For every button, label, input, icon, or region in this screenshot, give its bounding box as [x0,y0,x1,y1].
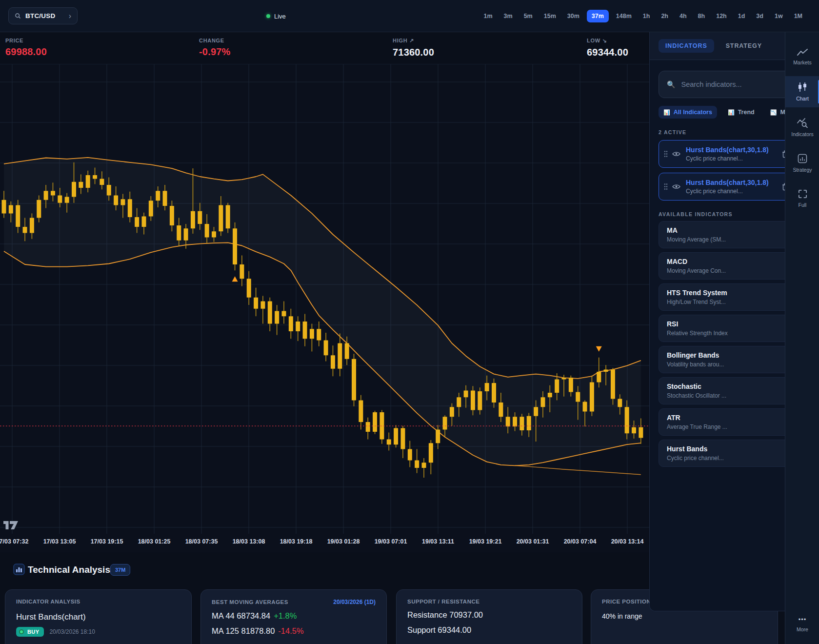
indicator-name: HTS Trend System [667,289,795,297]
more-icon: ••• [785,616,819,623]
card-label: BEST MOVING AVERAGES [212,599,288,605]
indicator-name: Stochastic [667,382,795,390]
hurst-lower-band-2 [515,465,641,475]
timeframe-3m[interactable]: 3m [500,10,517,22]
filter-label: All Indicators [674,109,712,116]
timeframe-1m[interactable]: 1m [480,10,497,22]
price-position-value: 40% in range [602,612,767,620]
filter-trend[interactable]: 📊Trend [723,106,759,119]
indicator-desc: Cyclic price channel... [667,455,795,462]
available-indicator-atr[interactable]: ATRAverage True Range ... [659,408,803,436]
timeframe-1w[interactable]: 1w [771,10,787,22]
strategy-icon [798,154,807,163]
chart-area[interactable]: 17/03 07:3217/03 13:0517/03 19:1518/03 0… [0,64,649,552]
available-indicator-ma[interactable]: MAMoving Average (SM... [659,221,803,248]
indicator-name: MACD [667,258,795,265]
active-indicator-card[interactable]: Hurst Bands(chart,30,1.8)Cyclic price ch… [659,140,803,168]
available-indicator-stochastic[interactable]: StochasticStochastic Oscillator ... [659,377,803,404]
indicator-desc: Average True Range ... [667,423,795,430]
chevron-right-icon: › [69,12,71,20]
available-indicator-hurst-bands[interactable]: Hurst BandsCyclic price channel... [659,440,803,467]
tab-strategy[interactable]: STRATEGY [726,42,762,49]
sidebar-item-label: Chart [796,96,809,101]
available-indicator-bollinger-bands[interactable]: Bollinger BandsVolatility bands arou... [659,346,803,373]
available-indicator-rsi[interactable]: RSIRelative Strength Index [659,315,803,342]
stat-value: 69988.00 [5,46,47,58]
time-axis-label: 17/03 07:32 [0,538,28,545]
symbol-label: BTC/USD [25,12,55,20]
active-indicator-text: Hurst Bands(chart,30,1.8)Cyclic price ch… [686,179,769,195]
stat-value: 69344.00 [587,47,628,58]
sidebar-item-more[interactable]: ••• More [785,616,819,632]
ma-date: 20/03/2026 (1D) [333,599,376,605]
time-axis-label: 18/03 01:25 [138,538,171,545]
time-axis-label: 17/03 13:05 [43,538,76,545]
stat-change: CHANGE-0.97% [199,38,231,58]
time-axis-label: 19/03 07:01 [375,538,407,545]
ma-row: MA 125 81878.80-14.5% [212,626,376,636]
live-label: Live [274,13,286,20]
time-axis-label: 20/03 07:04 [564,538,597,545]
indicator-name: Bollinger Bands [667,351,795,359]
timeframe-148m[interactable]: 148m [612,10,636,22]
indicator-name: Hurst Bands(chart) [16,612,180,622]
bar-chart-icon [13,564,25,577]
active-indicator-card[interactable]: Hurst Bands(chart,30,1.8)Cyclic price ch… [659,173,803,201]
timeframe-3d[interactable]: 3d [752,10,767,22]
available-indicator-macd[interactable]: MACDMoving Average Con... [659,252,803,280]
timeframe-8h[interactable]: 8h [694,10,709,22]
timeframe-2h[interactable]: 2h [657,10,672,22]
timeframe-12h[interactable]: 12h [712,10,731,22]
full-icon [798,189,807,199]
visibility-eye-icon[interactable] [672,151,680,157]
stat-value: -0.97% [199,46,231,58]
timeframe-1h[interactable]: 1h [639,10,654,22]
timeframe-1d[interactable]: 1d [734,10,749,22]
sidebar-item-chart[interactable]: Chart [785,76,819,107]
search-icon: 🔍 [667,80,675,88]
stat-low: LOW ↘69344.00 [587,38,628,58]
filter-icon: 📊 [663,109,670,116]
search-input[interactable] [681,80,794,88]
right-sidebar: MarketsChartIndicatorsStrategyFull ••• M… [785,0,819,644]
filter-icon: 📊 [728,109,735,116]
indicator-analysis-card: INDICATOR ANALYSIS Hurst Bands(chart) BU… [5,589,192,644]
sidebar-item-strategy[interactable]: Strategy [785,148,819,179]
indicator-desc: High/Low Trend Syst... [667,299,795,305]
card-label: INDICATOR ANALYSIS [16,599,180,604]
drag-handle-icon[interactable] [664,183,668,190]
filter-all-indicators[interactable]: 📊All Indicators [659,106,717,119]
stat-label: CHANGE [199,38,231,43]
search-box: 🔍 [659,71,802,98]
tradingview-logo-icon [3,521,18,529]
stat-label: HIGH ↗ [393,38,434,44]
timeframe-badge[interactable]: 37M [110,564,130,576]
card-label: SUPPORT / RESISTANCE [407,599,571,604]
timeframe-4h[interactable]: 4h [676,10,691,22]
indicator-desc: Moving Average (SM... [667,236,795,243]
time-axis: 17/03 07:3217/03 13:0517/03 19:1518/03 0… [0,538,649,549]
active-indicator-desc: Cyclic price channel... [686,155,769,162]
time-axis-label: 19/03 19:21 [469,538,502,545]
active-indicator-name: Hurst Bands(chart,30,1.8) [686,146,769,154]
timeframe-37m[interactable]: 37m [587,10,609,22]
sidebar-item-label: Strategy [793,167,812,173]
sidebar-item-indicators[interactable]: Indicators [785,112,819,143]
active-indicator-name: Hurst Bands(chart,30,1.8) [686,179,769,186]
time-axis-label: 20/03 01:31 [517,538,549,545]
stat-high: HIGH ↗71360.00 [393,38,434,58]
timeframe-5m[interactable]: 5m [520,10,537,22]
symbol-selector[interactable]: BTC/USD › [8,7,78,24]
tab-indicators[interactable]: INDICATORS [659,39,714,53]
sidebar-item-full[interactable]: Full [785,183,819,214]
time-axis-label: 18/03 13:08 [233,538,265,545]
timeframe-30m[interactable]: 30m [563,10,583,22]
sidebar-item-markets[interactable]: Markets [785,43,819,71]
markets-icon [797,49,808,56]
visibility-eye-icon[interactable] [672,184,680,189]
timeframe-15m[interactable]: 15m [540,10,560,22]
candlestick-chart[interactable] [0,64,649,534]
timeframe-1M[interactable]: 1M [790,10,806,22]
drag-handle-icon[interactable] [664,150,668,158]
available-indicator-hts-trend-system[interactable]: HTS Trend SystemHigh/Low Trend Syst... [659,283,803,311]
